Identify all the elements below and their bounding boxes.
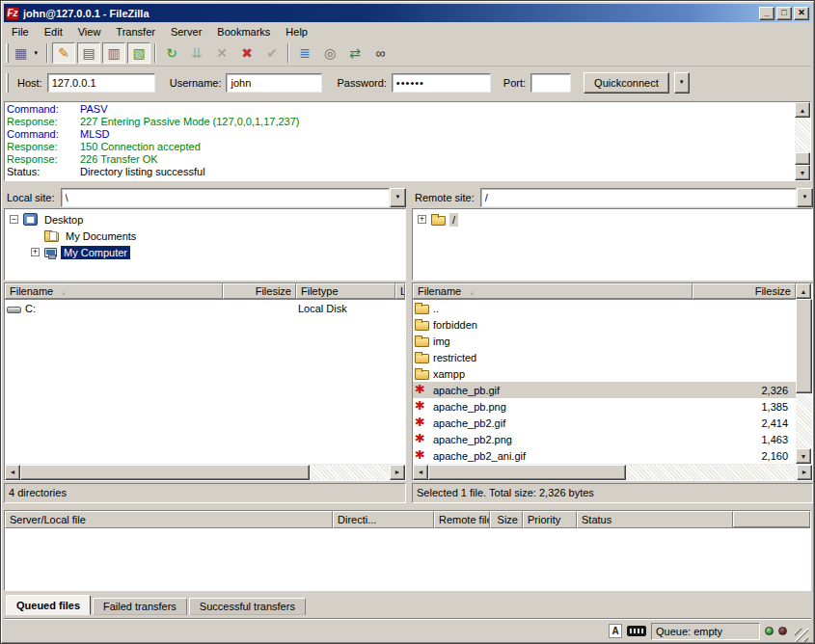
tree-expander-icon[interactable] <box>10 215 18 224</box>
file-row[interactable]: apache_pb.gif 2,326 <box>413 382 796 398</box>
password-input[interactable] <box>392 73 491 93</box>
menu-item[interactable]: Server <box>163 24 209 40</box>
column-header[interactable]: Filename <box>413 283 693 299</box>
minimize-button-icon[interactable]: _ <box>759 7 774 20</box>
column-header[interactable]: Filesize <box>223 283 296 299</box>
toolbar-button[interactable]: ✖ <box>235 42 258 64</box>
toolbar-button[interactable]: ✕ <box>210 42 233 64</box>
file-row[interactable]: img <box>413 333 796 349</box>
toolbar-button[interactable]: ◎ <box>318 42 341 64</box>
remote-site-dropdown-icon[interactable]: ▼ <box>797 188 813 207</box>
local-site-input[interactable] <box>61 188 390 207</box>
scroll-up-icon[interactable] <box>795 102 810 118</box>
port-input[interactable] <box>530 73 571 93</box>
column-header[interactable]: Filetype <box>296 283 395 299</box>
synchronized-browsing-icon: ⇄ <box>349 45 361 61</box>
menu-item[interactable]: Help <box>278 24 315 40</box>
menu-item[interactable]: View <box>70 24 109 40</box>
tree-item[interactable]: My Computer <box>5 244 405 260</box>
column-header[interactable]: Size <box>490 511 523 528</box>
transfer-type-icon: A <box>609 624 622 638</box>
tree-expander-icon[interactable] <box>418 215 426 224</box>
scroll-down-icon[interactable] <box>795 165 810 180</box>
file-row[interactable]: restricted <box>413 349 796 365</box>
scrollbar-track[interactable] <box>626 465 797 480</box>
file-row[interactable]: forbidden <box>413 316 796 333</box>
file-row[interactable]: apache_pb2.gif 2,414 <box>413 415 796 431</box>
menu-item[interactable]: File <box>4 24 37 40</box>
file-row[interactable]: apache_pb.png 1,385 <box>413 398 796 415</box>
column-header[interactable]: Filesize <box>693 283 796 299</box>
tab[interactable]: Queued files <box>6 595 91 615</box>
scrollbar-thumb[interactable] <box>795 152 810 165</box>
quickconnect-button[interactable]: Quickconnect <box>584 72 669 94</box>
scroll-left-icon[interactable] <box>5 465 20 480</box>
toolbar-button[interactable]: ↻ <box>160 42 183 64</box>
log-line: Command:PASV <box>7 103 793 116</box>
toolbar-button[interactable]: ▧ <box>127 42 150 64</box>
tab[interactable]: Successful transfers <box>189 598 306 615</box>
toolbar-button[interactable]: ≣ <box>293 42 316 64</box>
username-label: Username: <box>170 77 222 89</box>
file-row[interactable]: apache_pb2_ani.gif 2,160 <box>413 447 796 464</box>
tree-item[interactable]: My Documents <box>5 228 405 244</box>
remote-site-input[interactable] <box>480 188 797 207</box>
host-input[interactable] <box>47 73 155 93</box>
toolbar-button[interactable] <box>46 43 48 63</box>
toolbar-button[interactable]: ▥ <box>102 42 125 64</box>
maximize-button-icon[interactable]: □ <box>776 7 792 20</box>
scrollbar-thumb[interactable] <box>796 299 812 393</box>
remote-vertical-scrollbar[interactable] <box>796 283 812 464</box>
scrollbar-thumb[interactable] <box>428 465 626 480</box>
password-label: Password: <box>337 77 386 89</box>
scroll-right-icon[interactable] <box>797 465 812 480</box>
image-file-icon <box>415 385 429 396</box>
scroll-down-icon[interactable] <box>796 448 811 464</box>
column-header[interactable]: Remote file <box>434 511 490 528</box>
column-header[interactable]: Filename <box>5 283 223 299</box>
file-row[interactable]: .. <box>413 300 796 316</box>
remote-horizontal-scrollbar[interactable] <box>413 464 812 480</box>
image-file-icon <box>415 417 429 429</box>
resize-grip[interactable] <box>795 629 808 642</box>
scroll-right-icon[interactable] <box>390 465 405 480</box>
toolbar-button[interactable]: ✎ <box>52 42 75 64</box>
quickconnect-dropdown-icon[interactable]: ▼ <box>674 72 690 94</box>
scrollbar-track[interactable] <box>796 393 812 448</box>
scrollbar-track[interactable] <box>310 465 390 480</box>
file-row[interactable]: xampp <box>413 365 796 382</box>
scrollbar-track[interactable] <box>795 118 810 152</box>
menu-item[interactable]: Edit <box>37 24 70 40</box>
scrollbar-thumb[interactable] <box>20 465 310 480</box>
window-titlebar[interactable]: Fz john@127.0.0.1 - FileZilla _ □ ✕ <box>4 4 811 22</box>
column-header[interactable]: L <box>395 283 405 299</box>
local-horizontal-scrollbar[interactable] <box>5 464 405 480</box>
toolbar-button[interactable]: ⇊ <box>185 42 208 64</box>
log-scrollbar[interactable] <box>795 102 810 180</box>
cancel-icon: ✕ <box>216 45 228 61</box>
tree-item[interactable]: Desktop <box>5 211 405 228</box>
menu-item[interactable]: Transfer <box>108 24 163 40</box>
file-row[interactable]: C: Local Disk <box>5 300 405 316</box>
toolbar-button[interactable] <box>287 43 289 63</box>
toolbar-button[interactable]: ⇄ <box>343 42 367 64</box>
toolbar-button[interactable] <box>154 43 156 63</box>
tab[interactable]: Failed transfers <box>93 598 187 615</box>
tree-item[interactable]: / <box>413 211 812 228</box>
local-site-dropdown-icon[interactable]: ▼ <box>390 188 406 207</box>
file-row[interactable]: apache_pb2.png 1,463 <box>413 431 796 447</box>
username-input[interactable] <box>226 73 322 93</box>
toolbar-button[interactable]: ▤ <box>77 42 100 64</box>
toolbar-button[interactable]: ∞ <box>368 42 392 64</box>
toolbar-button[interactable]: ▦ <box>14 42 42 64</box>
column-header[interactable]: Priority <box>523 511 577 528</box>
tree-expander-icon[interactable] <box>31 248 40 256</box>
column-header[interactable]: Server/Local file <box>5 511 333 528</box>
close-button-icon[interactable]: ✕ <box>794 7 809 20</box>
column-header[interactable]: Status <box>577 511 733 528</box>
column-header[interactable]: Directi... <box>333 511 434 528</box>
scroll-left-icon[interactable] <box>413 465 428 480</box>
menu-item[interactable]: Bookmarks <box>209 24 278 40</box>
toolbar-button[interactable]: ✔ <box>260 42 284 64</box>
scroll-up-icon[interactable] <box>796 283 811 299</box>
